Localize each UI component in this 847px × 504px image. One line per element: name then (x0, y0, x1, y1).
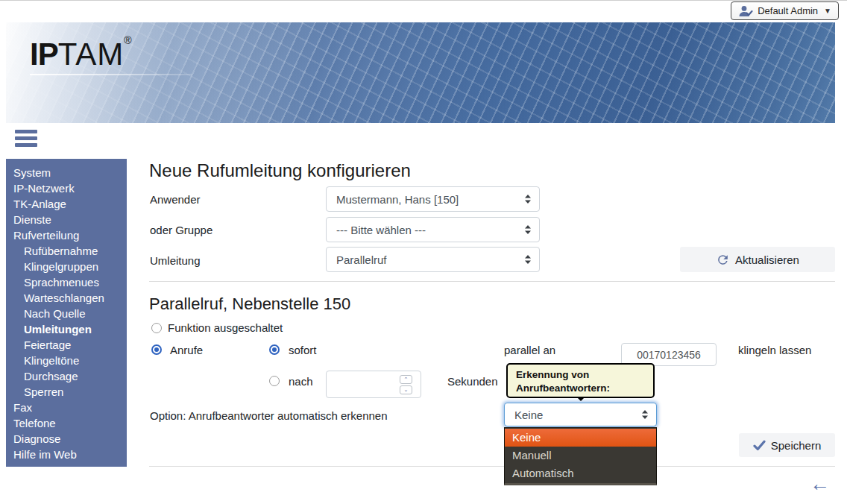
refresh-icon (716, 253, 730, 267)
spinner-down-icon[interactable]: ⌄ (400, 385, 412, 394)
sidebar-nav: System IP-Netzwerk TK-Anlage Dienste Ruf… (6, 159, 127, 467)
umleitung-select[interactable]: Parallelruf (326, 247, 540, 272)
sidebar-item-dienste[interactable]: Dienste (6, 212, 127, 227)
user-menu-button[interactable]: Default Admin ▼ (731, 1, 839, 20)
save-button[interactable]: Speichern (739, 433, 835, 457)
radio-nach-label: nach (289, 375, 313, 388)
sidebar-item-telefone[interactable]: Telefone (6, 415, 127, 431)
radio-nach[interactable] (269, 376, 280, 386)
gruppe-label: oder Gruppe (150, 224, 212, 236)
umleitung-label: Umleitung (150, 254, 201, 267)
menu-toggle-icon[interactable] (15, 130, 37, 150)
sidebar-item-tk-anlage[interactable]: TK-Anlage (6, 196, 127, 212)
sidebar-item-sperren[interactable]: Sperren (6, 384, 127, 400)
dropdown-option-keine[interactable]: Keine (505, 429, 656, 447)
sidebar-item-nach-quelle[interactable]: Nach Quelle (6, 306, 127, 321)
sidebar-item-klingelgruppen[interactable]: Klingelgruppen (6, 259, 127, 274)
option-label: Option: Anrufbeantworter automatisch erk… (150, 409, 388, 422)
user-menu-label: Default Admin (758, 5, 818, 16)
top-border-line (0, 0, 847, 1)
dropdown-option-manuell[interactable]: Manuell (505, 447, 656, 464)
select-updown-icon (524, 254, 532, 265)
select-updown-icon (524, 224, 532, 235)
divider (149, 281, 835, 282)
select-updown-icon (524, 194, 532, 204)
sidebar-item-warteschlangen[interactable]: Warteschlangen (6, 290, 127, 306)
refresh-button[interactable]: Aktualisieren (680, 247, 835, 272)
anrufbeantworter-dropdown-list: Keine Manuell Automatisch (504, 427, 657, 485)
header-banner: IPTAM® (6, 22, 835, 123)
gruppe-select[interactable]: --- Bitte wählen --- (326, 217, 540, 242)
radio-sofort[interactable] (269, 344, 280, 355)
spinner-up-icon[interactable]: ⌃ (400, 375, 412, 384)
sidebar-item-fax[interactable]: Fax (6, 400, 127, 415)
radio-sofort-label: sofort (289, 344, 317, 356)
sidebar-item-ip-netzwerk[interactable]: IP-Netzwerk (6, 180, 127, 196)
sidebar-item-umleitungen[interactable]: Umleitungen (6, 321, 127, 337)
registered-mark: ® (124, 34, 132, 46)
sidebar-item-klingeltoene[interactable]: Klingeltöne (6, 353, 127, 368)
page-title: Neue Rufumleitung konfigurieren (149, 160, 411, 181)
user-check-icon (738, 5, 753, 17)
checkmark-icon (753, 440, 766, 451)
logo-underline (30, 74, 192, 75)
back-arrow-icon[interactable]: ← (810, 474, 830, 494)
iptam-logo: IPTAM® (30, 34, 192, 75)
section-title: Parallelruf, Nebenstelle 150 (149, 294, 350, 314)
seconds-spinner: ⌃ ⌄ (400, 375, 412, 394)
tooltip-erkennung: Erkennung von Anrufbeantwortern: (506, 363, 655, 398)
klingeln-lassen-label: klingeln lassen (738, 344, 811, 356)
anrufbeantworter-select[interactable]: Keine (504, 403, 657, 426)
radio-anrufe-label: Anrufe (170, 344, 203, 356)
select-updown-icon (641, 409, 649, 420)
divider (149, 466, 835, 467)
sidebar-item-hilfe-im-web[interactable]: Hilfe im Web (6, 447, 127, 462)
chevron-down-icon: ▼ (824, 7, 831, 15)
sekunden-label: Sekunden (447, 375, 498, 388)
sidebar-item-sprachmenues[interactable]: Sprachmenues (6, 274, 127, 290)
anwender-label: Anwender (150, 193, 201, 206)
radio-funktion-ausgeschaltet[interactable] (151, 323, 162, 333)
sidebar-item-feiertage[interactable]: Feiertage (6, 337, 127, 353)
sidebar-item-rufuebernahme[interactable]: Rufübernahme (6, 243, 127, 259)
radio-funktion-ausgeschaltet-label: Funktion ausgeschaltet (168, 321, 283, 334)
sidebar-item-rufverteilung[interactable]: Rufverteilung (6, 227, 127, 243)
sidebar-item-durchsage[interactable]: Durchsage (6, 368, 127, 384)
sidebar-item-diagnose[interactable]: Diagnose (6, 431, 127, 447)
anwender-select[interactable]: Mustermann, Hans [150] (326, 186, 540, 212)
sidebar-item-system[interactable]: System (6, 165, 127, 180)
radio-anrufe[interactable] (151, 344, 162, 355)
parallel-an-label: parallel an (504, 344, 555, 356)
dropdown-option-automatisch[interactable]: Automatisch (505, 464, 656, 482)
